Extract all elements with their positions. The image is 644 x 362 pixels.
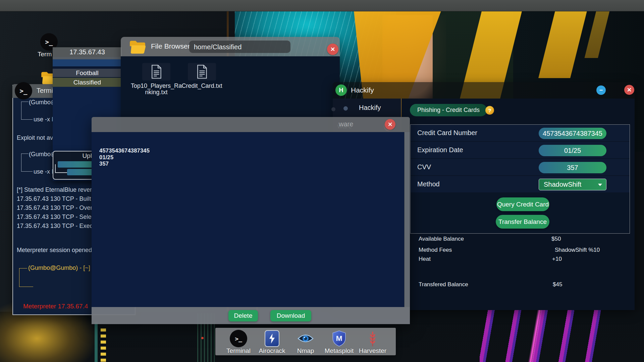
harvester-wheat-icon bbox=[368, 330, 378, 347]
close-icon: ✕ bbox=[330, 46, 335, 53]
nmap-eye-icon bbox=[298, 333, 314, 344]
hackify-main: Phishing - Credit Cards ? Credit Card Nu… bbox=[401, 99, 635, 310]
close-button[interactable]: ✕ bbox=[385, 119, 395, 130]
sidebar-tab-hackify[interactable]: Hackify bbox=[333, 101, 401, 117]
prompt-tree-line bbox=[19, 287, 33, 287]
hackify-window-title: Hackify bbox=[351, 86, 374, 94]
file-viewer-bottom-bar: Delete Download bbox=[92, 307, 410, 324]
taskbar-label: Terminal bbox=[226, 347, 251, 355]
viewer-text-line: 4573543674387345 bbox=[99, 147, 150, 154]
info-value: ShadowShift %10 bbox=[555, 247, 600, 253]
card-number-input[interactable]: 4573543674387345 bbox=[539, 128, 606, 139]
method-value: ShadowShift bbox=[544, 181, 581, 188]
file-item-credit-card[interactable] bbox=[188, 63, 216, 80]
help-badge[interactable]: ? bbox=[485, 106, 494, 115]
file-name[interactable]: Credit_Card.txt bbox=[176, 83, 228, 89]
folder-icon bbox=[129, 40, 146, 55]
wallpaper-neon-streaks bbox=[503, 308, 570, 362]
remote-folder-football[interactable]: Football bbox=[53, 69, 122, 77]
method-dropdown[interactable]: ShadowShift bbox=[539, 179, 606, 190]
document-icon bbox=[196, 64, 208, 79]
taskbar-item-airocrack[interactable]: Airocrack bbox=[255, 328, 289, 355]
field-label: CVV bbox=[417, 159, 431, 175]
remote-row-selected[interactable] bbox=[53, 59, 122, 66]
terminal-output-line: 17.35.67.43 130 TCP - Overv bbox=[17, 204, 95, 212]
info-value: $50 bbox=[551, 236, 561, 242]
field-label: Credit Card Number bbox=[417, 125, 477, 141]
terminal-app-icon: >_ bbox=[15, 82, 32, 100]
file-name[interactable]: Top10_Players_Ra nking.txt bbox=[130, 83, 182, 96]
taskbar-item-nmap[interactable]: Nmap bbox=[289, 328, 322, 355]
chevron-down-icon bbox=[598, 184, 602, 186]
taskbar-item-terminal[interactable]: >_ Terminal bbox=[222, 328, 255, 355]
path-input[interactable]: home/Classified bbox=[189, 40, 290, 53]
file-browser-titlebar[interactable]: File Browser home/Classified ✕ bbox=[121, 37, 340, 56]
info-value: +10 bbox=[552, 256, 562, 262]
terminal-glyph-icon: >_ bbox=[20, 87, 28, 95]
info-label: Method Fees bbox=[419, 247, 452, 253]
panel-divider bbox=[53, 66, 122, 69]
prompt-tree-line bbox=[21, 154, 21, 171]
form-row-expiration: Expiration Date 01/25 bbox=[411, 142, 630, 158]
cvv-input[interactable]: 357 bbox=[539, 162, 606, 173]
close-button[interactable]: ✕ bbox=[624, 85, 634, 95]
download-button[interactable]: Download bbox=[270, 310, 311, 321]
info-label: Transfered Balance bbox=[419, 281, 468, 288]
file-name-line: Top10_Players_Ra bbox=[130, 83, 182, 89]
document-icon bbox=[151, 64, 162, 79]
sidebar-tab-label: Hackify bbox=[359, 104, 381, 112]
delete-button[interactable]: Delete bbox=[228, 310, 258, 321]
transfer-balance-button[interactable]: Transfer Balance bbox=[496, 215, 549, 229]
tab-dot-icon bbox=[343, 106, 348, 111]
taskbar-label: Metasploit bbox=[325, 347, 354, 355]
prompt-tree-line bbox=[19, 268, 27, 268]
file-browser-title: File Browser bbox=[151, 42, 190, 50]
terminal-meterpreter-line: Meterpreter 17.35.67.4 bbox=[23, 303, 88, 310]
info-label: Available Balance bbox=[419, 236, 464, 242]
terminal-window-title: Termi bbox=[37, 87, 53, 95]
terminal-prompt-user: (Gumbo@Gumbo) - [~] bbox=[28, 264, 90, 272]
prompt-tree-line bbox=[21, 102, 29, 102]
remote-folder-classified[interactable]: Classified bbox=[53, 78, 122, 87]
wallpaper-detail bbox=[101, 328, 106, 362]
terminal-output-line: 17.35.67.43 130 TCP - Execu bbox=[17, 223, 96, 230]
taskbar-label: Airocrack bbox=[259, 347, 285, 355]
info-label: Heat bbox=[419, 256, 431, 262]
form-row-card-number: Credit Card Number 4573543674387345 bbox=[411, 125, 630, 141]
taskbar-item-harvester[interactable]: Harvester bbox=[356, 328, 389, 355]
taskbar: >_ Terminal Airocrack Nmap bbox=[215, 328, 396, 355]
form-row-cvv: CVV 357 bbox=[411, 159, 630, 175]
hackify-titlebar[interactable]: H Hackify − ✕ bbox=[333, 82, 635, 99]
terminal-glyph-icon: >_ bbox=[235, 335, 242, 342]
app-letter: H bbox=[339, 87, 343, 94]
viewer-text-line: 01/25 bbox=[99, 154, 150, 161]
prompt-tree-line bbox=[19, 268, 19, 287]
taskbar-item-metasploit[interactable]: M Metasploit bbox=[322, 328, 356, 355]
terminal-output-line: 17.35.67.43 130 TCP - Selec bbox=[17, 214, 95, 221]
expiration-input[interactable]: 01/25 bbox=[539, 145, 606, 156]
close-icon: ✕ bbox=[627, 86, 632, 94]
file-viewer-window: ware ✕ 4573543674387345 01/25 357 Delete… bbox=[92, 117, 410, 324]
top-menu-bar bbox=[0, 0, 644, 11]
taskbar-label: Nmap bbox=[297, 347, 314, 355]
desktop: >_ Term >_ Termi (Gumbo@ use -x E Exploi… bbox=[0, 0, 644, 362]
file-item-top10[interactable] bbox=[142, 63, 170, 80]
minimize-button[interactable]: − bbox=[596, 85, 606, 95]
terminal-output-line: Exploit not ava bbox=[17, 134, 56, 141]
section-pill-phishing: Phishing - Credit Cards bbox=[410, 104, 487, 116]
file-viewer-titlebar[interactable]: ware ✕ bbox=[92, 117, 410, 132]
taskbar-label: Harvester bbox=[359, 347, 386, 355]
file-viewer-content: 4573543674387345 01/25 357 bbox=[92, 132, 404, 307]
terminal-shortcut-label: Term bbox=[38, 51, 54, 58]
minimize-icon: − bbox=[599, 87, 603, 94]
field-label: Expiration Date bbox=[417, 142, 463, 158]
close-button[interactable]: ✕ bbox=[327, 44, 338, 55]
field-label: Method bbox=[417, 176, 440, 192]
file-name-line: Credit_Card.txt bbox=[176, 83, 228, 89]
terminal-glyph-icon: >_ bbox=[45, 38, 53, 46]
tab-dot-icon bbox=[331, 107, 335, 111]
remote-host-title: 17.35.67.43 bbox=[53, 47, 122, 57]
scrollbar[interactable] bbox=[404, 132, 410, 307]
prompt-tree-line bbox=[21, 119, 33, 120]
query-credit-card-button[interactable]: Query Credit Card bbox=[496, 197, 549, 211]
